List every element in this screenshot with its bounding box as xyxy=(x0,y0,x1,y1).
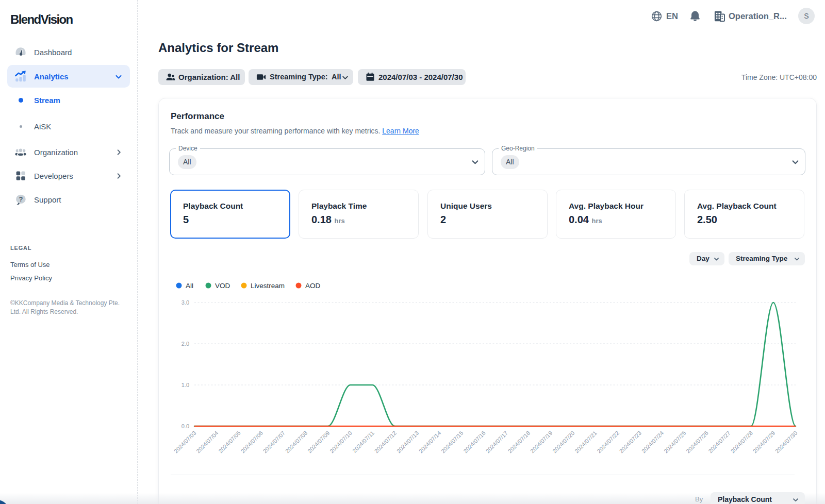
svg-text:?: ? xyxy=(19,195,23,203)
